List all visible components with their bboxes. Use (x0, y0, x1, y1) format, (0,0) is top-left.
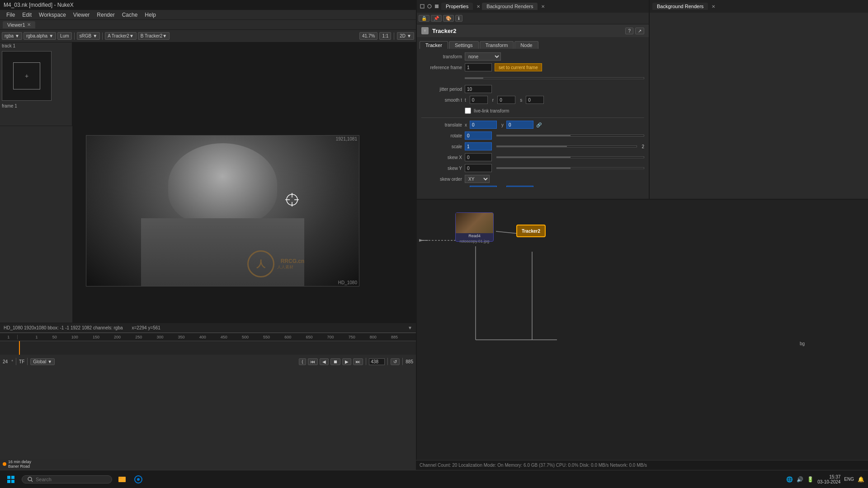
read4-sublabel: rotoscopy.01.jpg (456, 239, 493, 244)
viewer-area[interactable]: 1921,1081 HD_1080 人 RRCG.cn 人人素材 (72, 42, 416, 323)
bg-render-close-btn[interactable]: ✕ (712, 4, 715, 9)
ref-frame-slider[interactable] (465, 77, 644, 79)
props-lock-btn[interactable]: 🔒 (419, 15, 429, 22)
search-input[interactable] (36, 477, 104, 482)
ruler-mark-100: 100 (71, 335, 78, 339)
center-x-input[interactable] (470, 186, 497, 187)
props-pin-btn[interactable]: 📌 (431, 15, 442, 22)
set-to-current-frame-btn[interactable]: set to current frame (495, 63, 542, 71)
menu-workspace[interactable]: Workspace (36, 11, 69, 19)
viewer1-tab-close[interactable]: ✕ (27, 22, 31, 27)
alpha-select[interactable]: rgba.alpha▼ (24, 32, 56, 40)
tl-rev-btn[interactable]: ◀ (320, 358, 329, 365)
menu-viewer[interactable]: Viewer (71, 11, 92, 19)
props-pin-icon (427, 4, 432, 9)
tl-goto-start[interactable]: ⏮ (308, 358, 318, 365)
node-graph[interactable]: Read4 rotoscopy.01.jpg Tracker2 bg (416, 199, 868, 468)
read4-node[interactable]: Read4 rotoscopy.01.jpg (455, 212, 494, 242)
watermark-logo: 人 (247, 250, 274, 277)
lum-select[interactable]: Lum (57, 32, 71, 40)
translate-x-input[interactable] (470, 121, 497, 129)
tl-goto-end[interactable]: ⏭ (353, 358, 363, 365)
jitter-period-row: jitter period (421, 84, 644, 94)
properties-tab-close[interactable]: ✕ (476, 4, 480, 9)
scale-input[interactable] (465, 142, 492, 150)
track-thumbnail: + (2, 51, 52, 101)
node-name-label: Tracker2 (432, 28, 457, 34)
notif-dot (3, 462, 6, 466)
menu-cache[interactable]: Cache (119, 11, 141, 19)
tl-stop-btn[interactable]: ⏹ (330, 358, 340, 365)
live-link-label: live-link transform (474, 108, 509, 113)
center-y-input[interactable] (506, 186, 533, 187)
start-button[interactable] (4, 472, 18, 487)
properties-tab[interactable]: Properties (441, 3, 473, 10)
bg-render-panel: Background Renders ✕ (649, 0, 868, 199)
menu-help[interactable]: Help (142, 11, 159, 19)
props-color-btn[interactable]: 🎨 (443, 15, 454, 22)
image-coord-br: HD_1080 (338, 280, 357, 285)
taskbar-browser[interactable] (132, 473, 145, 486)
ruler-mark-450: 450 (221, 335, 227, 339)
smooth-t-input[interactable] (470, 96, 488, 104)
timeline-ruler: 1 1 50 100 150 200 250 300 350 400 450 5… (0, 333, 416, 341)
scale-slider[interactable] (496, 145, 637, 147)
menu-file[interactable]: File (4, 11, 18, 19)
skew-order-select[interactable]: XY (465, 175, 490, 183)
skew-y-input[interactable] (465, 164, 492, 172)
bg-render-tab-close[interactable]: ✕ (541, 4, 545, 9)
tl-loop-btn[interactable]: ↺ (391, 358, 400, 365)
viewer-info-toggle[interactable]: ▼ (408, 325, 412, 330)
translate-x-label: x (465, 122, 467, 127)
smooth-s-input[interactable] (526, 96, 544, 104)
svg-rect-16 (11, 476, 14, 479)
transform-tab[interactable]: Transform (480, 41, 514, 49)
rotate-input[interactable] (465, 131, 492, 140)
tl-mode: TF (19, 359, 24, 364)
timeline-track-area[interactable] (0, 341, 416, 355)
tl-play-btn[interactable]: ▶ (342, 358, 351, 365)
tracker-tab[interactable]: Tracker (420, 41, 448, 49)
menu-render[interactable]: Render (94, 11, 117, 19)
skew-x-slider[interactable] (496, 156, 644, 158)
smooth-r-input[interactable] (497, 96, 515, 104)
props-help-btn[interactable]: ? (625, 28, 633, 34)
transform-select[interactable]: none (465, 52, 501, 61)
view-mode-select[interactable]: 2D▼ (397, 32, 414, 40)
live-link-checkbox[interactable] (465, 108, 471, 114)
tracker-b-select[interactable]: B Tracker2▼ (138, 32, 170, 40)
node-tab[interactable]: Node (514, 41, 538, 49)
ruler-mark-200: 200 (114, 335, 121, 339)
properties-toolbar: 🔒 📌 🎨 ℹ (417, 13, 649, 24)
skew-x-input[interactable] (465, 153, 492, 161)
tracker-a-select[interactable]: A Tracker2▼ (105, 32, 137, 40)
translate-y-input[interactable] (506, 121, 533, 129)
zoom-ratio[interactable]: 1:1 (379, 32, 391, 40)
taskbar-file-explorer[interactable] (116, 473, 128, 486)
notification-icon[interactable]: 🔔 (858, 476, 864, 483)
reference-frame-input[interactable] (465, 63, 492, 71)
props-expand-btn[interactable]: ↗ (635, 28, 644, 34)
tl-prev-btn[interactable]: ⟨ (299, 358, 306, 365)
bg-render-tab-header[interactable]: Background Renders (652, 3, 708, 10)
colorspace-select[interactable]: sRGB▼ (77, 32, 100, 40)
live-link-row: live-link transform (421, 106, 644, 116)
props-info-btn[interactable]: ℹ (455, 15, 462, 22)
skew-y-label: skew Y (421, 166, 462, 171)
tl-frame-input[interactable] (369, 358, 385, 365)
search-bar[interactable] (22, 475, 112, 483)
tracker2-node[interactable]: Tracker2 (516, 225, 546, 237)
rotate-slider[interactable] (496, 135, 644, 136)
channel-select[interactable]: rgba▼ (2, 32, 22, 40)
bg-render-tab[interactable]: Background Renders (482, 3, 538, 10)
menu-edit[interactable]: Edit (19, 11, 34, 19)
settings-tab[interactable]: Settings (449, 41, 479, 49)
jitter-period-input[interactable] (465, 85, 492, 93)
network-icon: 🌐 (786, 476, 793, 483)
timeline-ruler-marks: 1 50 100 150 200 250 300 350 400 450 500… (18, 335, 416, 339)
global-dropdown[interactable]: Global▼ (30, 358, 55, 365)
skew-y-slider[interactable] (496, 167, 644, 169)
zoom-level[interactable]: 41.7% (359, 32, 377, 40)
viewer1-tab[interactable]: Viewer1 ✕ (3, 21, 35, 28)
translate-link-btn[interactable]: 🔗 (536, 122, 542, 127)
